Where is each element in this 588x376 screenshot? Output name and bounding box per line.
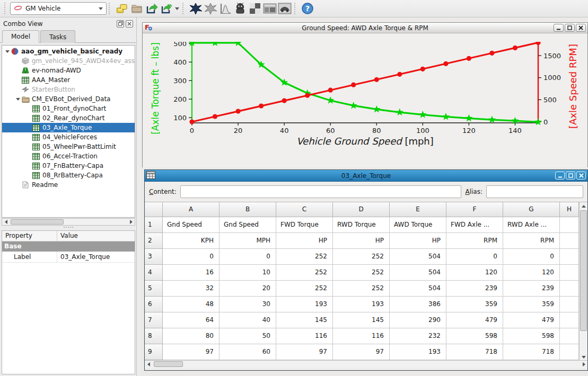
column-header-H[interactable]: H	[560, 202, 579, 217]
cell-D7[interactable]: 145	[333, 312, 390, 328]
tree-item-08-rrbattery-capa[interactable]: 08_RrBattery-Capa	[2, 171, 135, 180]
cell-H7[interactable]	[560, 312, 579, 328]
tree-horizontal-scrollbar[interactable]	[2, 218, 135, 226]
cell-D4[interactable]: 252	[333, 265, 390, 281]
checkerboard-button[interactable]	[248, 1, 262, 16]
cell-G7[interactable]: 479	[503, 312, 560, 328]
cell-A1[interactable]: Gnd Speed	[163, 217, 220, 233]
row-header-1[interactable]: 1	[145, 217, 163, 233]
maximize-icon[interactable]	[566, 172, 575, 180]
row-header-7[interactable]: 7	[145, 312, 163, 328]
toolbar-drag-handle[interactable]	[4, 3, 8, 14]
tree-item-readme[interactable]: Readme	[2, 180, 135, 190]
cell-G9[interactable]: 718	[503, 344, 560, 360]
cell-H8[interactable]	[560, 328, 579, 344]
macro-dark-star-button[interactable]	[188, 1, 203, 16]
cell-D6[interactable]: 193	[333, 297, 390, 312]
cell-C1[interactable]: FWD Torque	[276, 217, 333, 233]
cell-F4[interactable]: 120	[446, 265, 503, 281]
tree-item-06-accel-traction[interactable]: 06_Accel-Traction	[2, 151, 135, 161]
tree-item-gm-vehicle-945-awd4x4ev-ass[interactable]: gm_vehicle_945_AWD4x4ev_ass	[2, 56, 135, 66]
toolbar-drag-handle[interactable]	[294, 3, 298, 14]
cell-F5[interactable]: 239	[446, 281, 503, 297]
cell-B3[interactable]: 0	[220, 249, 276, 265]
cell-E8[interactable]: 232	[390, 328, 446, 344]
cell-C8[interactable]: 116	[276, 328, 333, 344]
tree-item-03-axle-torque[interactable]: 03_Axle_Torque	[2, 123, 135, 132]
cell-F8[interactable]: 598	[446, 328, 503, 344]
tab-tasks[interactable]: Tasks	[40, 30, 75, 43]
new-document-button[interactable]	[115, 1, 129, 16]
cell-G2[interactable]: RPM	[503, 233, 560, 249]
cell-G4[interactable]: 120	[503, 265, 560, 281]
cell-C2[interactable]: HP	[276, 233, 333, 249]
scroll-down-icon[interactable]	[580, 353, 587, 360]
scroll-right-icon[interactable]	[127, 219, 135, 225]
cell-D9[interactable]: 97	[333, 344, 390, 360]
cell-F3[interactable]: 0	[446, 249, 503, 265]
close-panel-icon[interactable]	[126, 20, 133, 28]
close-icon[interactable]	[576, 172, 586, 180]
tree-item-05-wheelpwr-battlimit[interactable]: 05_WheelPwr-BattLimit	[2, 142, 135, 151]
tree-item-07-fnbattery-capa[interactable]: 07_FnBattery-Capa	[2, 161, 135, 171]
cell-E5[interactable]: 504	[390, 281, 446, 297]
tree-item-01-front-dynochart[interactable]: 01_Front_dynoChart	[2, 104, 135, 113]
cell-A3[interactable]: 0	[163, 249, 220, 265]
cell-E4[interactable]: 504	[390, 265, 446, 281]
spreadsheet-window-titlebar[interactable]: 03_Axle_Torque	[145, 170, 587, 182]
cell-C3[interactable]: 252	[276, 249, 333, 265]
cell-B1[interactable]: Gnd Speed	[220, 217, 276, 233]
cell-G6[interactable]: 359	[503, 297, 560, 312]
cell-B2[interactable]: MPH	[220, 233, 276, 249]
row-header-2[interactable]: 2	[145, 233, 163, 249]
tree-expander-icon[interactable]	[15, 98, 21, 101]
cell-G1[interactable]: RWD Axle ...	[503, 217, 560, 233]
toolbar-drag-handle[interactable]	[109, 3, 112, 14]
row-header-8[interactable]: 8	[145, 328, 163, 344]
cell-B7[interactable]: 40	[220, 312, 276, 328]
row-header-9[interactable]: 9	[145, 344, 163, 360]
cell-F9[interactable]: 718	[446, 344, 503, 360]
minimize-icon[interactable]	[555, 172, 565, 180]
cell-H2[interactable]	[560, 233, 579, 249]
cell-A5[interactable]: 32	[163, 281, 220, 297]
cell-C7[interactable]: 145	[276, 312, 333, 328]
column-header-E[interactable]: E	[390, 202, 446, 217]
export-multi-button[interactable]	[159, 1, 174, 16]
tree-expander-icon[interactable]	[4, 50, 11, 53]
cell-E2[interactable]: HP	[390, 233, 446, 249]
tree-item-cm-evbot-derived-data[interactable]: CM_EVBot_Derived_Data	[2, 94, 135, 104]
cell-E6[interactable]: 386	[390, 297, 446, 312]
column-header-B[interactable]: B	[220, 202, 276, 217]
cell-B8[interactable]: 50	[220, 328, 276, 344]
property-group-base[interactable]: Base	[2, 241, 135, 252]
cell-F7[interactable]: 479	[446, 312, 503, 328]
sheet-horizontal-scrollbar[interactable]	[145, 360, 587, 368]
cell-H4[interactable]	[560, 265, 579, 281]
scrollbar-thumb[interactable]	[580, 210, 587, 331]
cell-F1[interactable]: FWD Axle ...	[446, 217, 503, 233]
cell-A4[interactable]: 16	[163, 265, 220, 281]
maximize-icon[interactable]	[565, 24, 575, 32]
property-value[interactable]: 03_Axle_Torque	[57, 252, 135, 262]
cell-B6[interactable]: 30	[220, 297, 276, 312]
cell-D2[interactable]: HP	[333, 233, 390, 249]
float-panel-icon[interactable]	[117, 20, 124, 28]
column-header-D[interactable]: D	[333, 202, 390, 217]
cell-G3[interactable]: 0	[503, 249, 560, 265]
cell-C9[interactable]: 97	[276, 344, 333, 360]
cell-E9[interactable]: 193	[390, 344, 446, 360]
cell-B5[interactable]: 20	[220, 281, 276, 297]
sheet-vertical-scrollbar[interactable]	[579, 202, 587, 360]
tree-item-aaa-master[interactable]: AAA_Master	[2, 75, 135, 85]
cell-C4[interactable]: 252	[276, 265, 333, 281]
column-header-A[interactable]: A	[163, 202, 220, 217]
cell-A2[interactable]: KPH	[163, 233, 220, 249]
scroll-up-icon[interactable]	[580, 202, 587, 210]
cell-H5[interactable]	[560, 281, 579, 297]
property-row-label[interactable]: Label 03_Axle_Torque	[2, 252, 135, 263]
robot-macro-button[interactable]	[233, 1, 248, 16]
cell-E3[interactable]: 504	[390, 249, 446, 265]
row-header-6[interactable]: 6	[145, 297, 163, 312]
row-header-4[interactable]: 4	[145, 265, 163, 281]
